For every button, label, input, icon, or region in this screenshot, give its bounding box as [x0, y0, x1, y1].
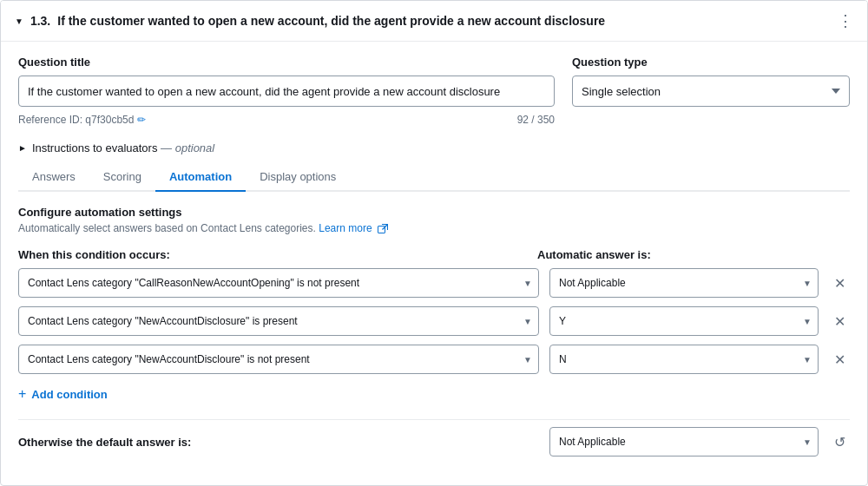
question-type-select[interactable]: Single selection — [572, 76, 850, 107]
reference-id: Reference ID: q7f30cb5d ✏ — [18, 114, 146, 126]
tab-scoring[interactable]: Scoring — [89, 163, 155, 192]
question-title-group: Question title Reference ID: q7f30cb5d ✏… — [18, 56, 555, 126]
svg-rect-0 — [378, 226, 385, 233]
tab-answers[interactable]: Answers — [18, 163, 89, 192]
question-type-label: Question type — [572, 56, 850, 69]
answer-2-select[interactable]: Y — [549, 306, 819, 336]
remove-condition-1-button[interactable]: ✕ — [829, 273, 850, 293]
conditions-grid: Contact Lens category "CallReasonNewAcco… — [18, 268, 850, 383]
default-answer-label: Otherwise the default answer is: — [18, 436, 539, 449]
condition-2-wrap: Contact Lens category "NewAccountDisclos… — [18, 306, 539, 336]
answer-1-wrap: Not Applicable ▼ — [549, 268, 819, 298]
learn-more-link[interactable]: Learn more — [319, 222, 388, 234]
automation-section: Configure automation settings Automatica… — [18, 206, 850, 456]
table-row: Contact Lens category "NewAccountDisclos… — [18, 306, 850, 336]
condition-3-wrap: Contact Lens category "NewAccountDisclou… — [18, 345, 539, 374]
question-title-label: Question title — [18, 56, 555, 69]
tab-automation[interactable]: Automation — [155, 163, 246, 192]
question-header-text: If the customer wanted to open a new acc… — [57, 14, 605, 28]
table-row: Contact Lens category "CallReasonNewAcco… — [18, 268, 850, 298]
tab-display-options[interactable]: Display options — [246, 163, 350, 192]
tabs-row: Answers Scoring Automation Display optio… — [18, 163, 850, 192]
automation-title: Configure automation settings — [18, 206, 850, 219]
edit-reference-icon[interactable]: ✏ — [137, 114, 146, 126]
char-count: 92 / 350 — [517, 114, 555, 126]
when-condition-label: When this condition occurs: — [18, 248, 537, 261]
add-icon: + — [18, 386, 26, 402]
answer-1-select[interactable]: Not Applicable — [549, 268, 819, 298]
default-answer-row: Otherwise the default answer is: Not App… — [18, 419, 850, 456]
automation-description: Automatically select answers based on Co… — [18, 222, 850, 234]
more-options-icon[interactable]: ⋮ — [838, 11, 853, 30]
remove-condition-2-button[interactable]: ✕ — [829, 311, 850, 332]
remove-condition-3-button[interactable]: ✕ — [829, 349, 850, 370]
condition-1-wrap: Contact Lens category "CallReasonNewAcco… — [18, 268, 539, 298]
instructions-expand-icon: ► — [18, 143, 27, 153]
condition-3-select[interactable]: Contact Lens category "NewAccountDisclou… — [18, 345, 539, 374]
condition-1-select[interactable]: Contact Lens category "CallReasonNewAcco… — [18, 268, 539, 298]
automatic-answer-label: Automatic answer is: — [537, 248, 850, 261]
collapse-icon[interactable]: ▼ — [15, 16, 23, 26]
instructions-row[interactable]: ► Instructions to evaluators — optional — [18, 133, 850, 163]
condition-2-select[interactable]: Contact Lens category "NewAccountDisclos… — [18, 306, 539, 336]
question-number-text: 1.3. — [30, 14, 50, 28]
question-header: ▼ 1.3. If the customer wanted to open a … — [1, 1, 867, 42]
reset-default-button[interactable]: ↺ — [829, 431, 850, 452]
question-title-input[interactable] — [18, 76, 555, 107]
add-condition-label: Add condition — [31, 388, 107, 401]
conditions-header: When this condition occurs: Automatic an… — [18, 248, 850, 261]
external-link-icon — [378, 224, 388, 234]
title-type-row: Question title Reference ID: q7f30cb5d ✏… — [18, 56, 850, 126]
answer-3-select[interactable]: N — [549, 345, 819, 374]
question-body: Question title Reference ID: q7f30cb5d ✏… — [1, 42, 867, 470]
add-condition-button[interactable]: + Add condition — [18, 386, 850, 402]
default-answer-wrap: Not Applicable ▼ — [549, 427, 819, 456]
answer-2-wrap: Y ▼ — [549, 306, 819, 336]
instructions-label: Instructions to evaluators — optional — [32, 141, 214, 154]
default-answer-select[interactable]: Not Applicable — [549, 427, 819, 456]
answer-3-wrap: N ▼ — [549, 345, 819, 374]
question-type-group: Question type Single selection — [572, 56, 850, 126]
table-row: Contact Lens category "NewAccountDisclou… — [18, 345, 850, 374]
